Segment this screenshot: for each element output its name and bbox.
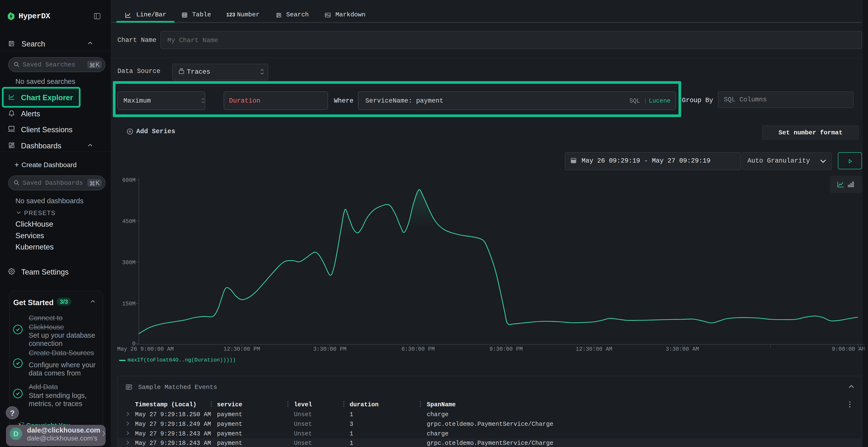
svg-text:450M: 450M: [122, 218, 135, 225]
svg-text:600M: 600M: [122, 177, 135, 183]
svg-text:3:30:00 PM: 3:30:00 PM: [313, 346, 346, 352]
svg-text:6:30:00 PM: 6:30:00 PM: [401, 346, 435, 352]
svg-text:May 26 9:00:00 AM: May 26 9:00:00 AM: [117, 346, 174, 352]
svg-text:300M: 300M: [122, 260, 135, 266]
svg-text:150M: 150M: [122, 301, 135, 307]
svg-text:12:30:00 AM: 12:30:00 AM: [576, 346, 613, 352]
svg-text:9:30:00 PM: 9:30:00 PM: [490, 346, 523, 352]
svg-text:12:30:00 PM: 12:30:00 PM: [223, 346, 260, 352]
svg-text:3:30:00 AM: 3:30:00 AM: [666, 346, 699, 352]
svg-text:9:00:00 AM: 9:00:00 AM: [832, 346, 865, 352]
